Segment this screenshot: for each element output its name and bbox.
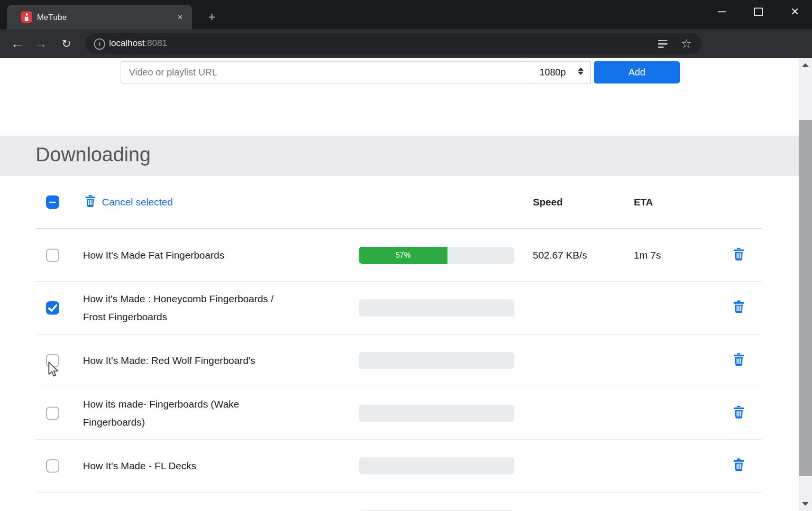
add-button[interactable]: Add (594, 61, 680, 84)
mouse-cursor (47, 362, 62, 380)
metube-page: 1080p Add Downloading Cancel selected Sp… (0, 58, 812, 511)
downloading-section-header: Downloading (0, 136, 812, 176)
download-row: How it's Made : Honeycomb Fingerboards /… (36, 282, 762, 334)
download-row: How It's Made Fat Fingerboards 57% 502.6… (36, 229, 762, 282)
reload-icon[interactable]: ↻ (56, 29, 77, 58)
cancel-selected-link[interactable]: Cancel selected (102, 196, 173, 208)
quality-value: 1080p (539, 67, 566, 78)
progress-bar (359, 457, 514, 474)
download-row: How It's Made: Red Wolf Fingerboard's (36, 334, 762, 387)
delete-trash-icon[interactable] (732, 353, 745, 369)
quality-select[interactable]: 1080p (525, 61, 591, 84)
download-title: How It's Made - FL Decks (83, 457, 299, 475)
progress-fill: 57% (359, 247, 447, 264)
delete-trash-icon[interactable] (732, 300, 745, 316)
download-row: How its made- Fingerboards (Wake Fingerb… (36, 387, 762, 440)
video-url-input[interactable] (120, 61, 525, 84)
delete-trash-icon[interactable] (732, 248, 745, 263)
window-maximize-button[interactable] (746, 0, 771, 24)
bookmark-star-icon[interactable]: ☆ (680, 37, 693, 50)
reading-list-icon[interactable] (658, 37, 670, 50)
select-all-checkbox[interactable] (46, 195, 59, 209)
delete-trash-icon[interactable] (732, 406, 745, 421)
download-title: How its made- Fingerboards (Wake Fingerb… (83, 395, 299, 431)
url-text[interactable]: localhost:8081 (109, 38, 167, 48)
scroll-down-arrow-icon[interactable] (799, 498, 812, 510)
browser-toolbar: ← → ↻ i localhost:8081 ☆ Incognito (0, 29, 812, 58)
progress-bar: 57% (359, 247, 514, 264)
scroll-up-arrow-icon[interactable] (799, 59, 812, 71)
download-title: How it's Made : Honeycomb Fingerboards /… (83, 290, 299, 326)
window-close-button[interactable]: ✕ (782, 0, 808, 24)
cancel-selected-trash-icon[interactable] (84, 195, 96, 210)
download-row: How It's Made - FL Decks (36, 440, 762, 492)
row-checkbox[interactable] (46, 459, 59, 473)
browser-window: MeTube × + ✕ ← → ↻ i localhost:8081 ☆ In… (0, 0, 812, 511)
scrollbar-thumb[interactable] (799, 120, 812, 476)
metube-favicon-icon (21, 11, 32, 23)
download-row (36, 492, 762, 511)
site-info-icon[interactable]: i (94, 38, 105, 50)
address-bar[interactable]: i localhost:8081 ☆ (85, 33, 702, 54)
back-arrow-icon[interactable]: ← (7, 29, 27, 58)
select-arrows-icon (578, 67, 584, 75)
row-checkbox[interactable] (46, 249, 59, 262)
download-eta: 1m 7s (634, 250, 661, 261)
progress-bar (359, 352, 514, 369)
new-tab-button[interactable]: + (205, 10, 219, 24)
tab-close-icon[interactable]: × (174, 11, 186, 23)
delete-trash-icon[interactable] (732, 458, 745, 474)
eta-column-header: ETA (634, 196, 653, 208)
browser-tab-metube[interactable]: MeTube × (7, 5, 192, 29)
speed-column-header: Speed (533, 196, 563, 208)
url-port: :8081 (145, 38, 167, 48)
downloads-table: Cancel selected Speed ETA How It's Made … (36, 176, 762, 511)
window-minimize-button[interactable] (709, 0, 735, 24)
tab-strip: MeTube × + ✕ (0, 0, 812, 29)
row-checkbox[interactable] (46, 407, 59, 420)
section-title: Downloading (36, 143, 151, 166)
download-title: How It's Made: Red Wolf Fingerboard's (83, 352, 299, 370)
forward-arrow-icon[interactable]: → (30, 29, 51, 58)
progress-bar (359, 299, 514, 316)
progress-bar (359, 405, 514, 422)
indeterminate-minus-icon (49, 202, 56, 204)
download-title: How It's Made Fat Fingerboards (83, 246, 299, 264)
page-scrollbar[interactable] (799, 58, 812, 511)
download-speed: 502.67 KB/s (533, 250, 587, 261)
tab-title: MeTube (37, 13, 67, 22)
table-header-row: Cancel selected Speed ETA (36, 176, 762, 229)
row-checkbox[interactable] (46, 301, 59, 315)
